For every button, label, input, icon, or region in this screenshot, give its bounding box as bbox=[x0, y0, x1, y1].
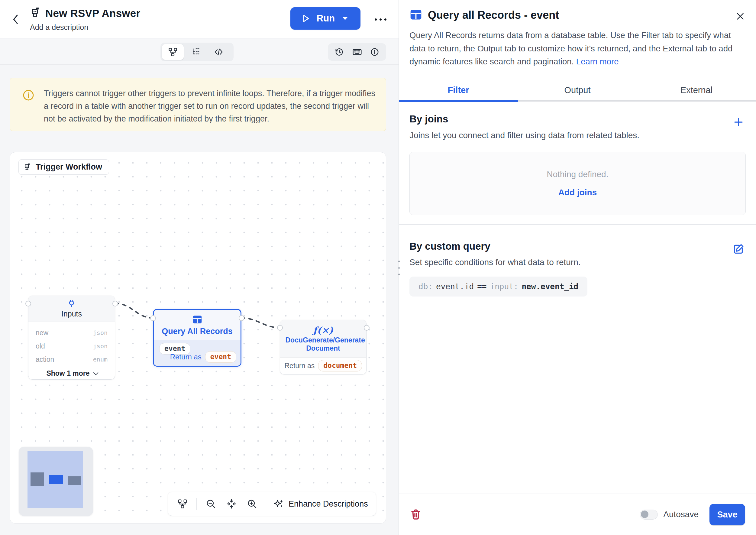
input-name: action bbox=[36, 355, 54, 364]
add-join-plus-button[interactable] bbox=[732, 115, 745, 129]
minimap-node-selected bbox=[49, 475, 63, 484]
fit-view-button[interactable] bbox=[225, 497, 238, 511]
zoom-out-button[interactable] bbox=[204, 497, 218, 511]
page-title: New RSVP Answer bbox=[45, 7, 140, 19]
input-row[interactable]: new json bbox=[36, 326, 108, 339]
sparkles-icon bbox=[273, 498, 284, 509]
input-type: json bbox=[93, 343, 108, 350]
docu-node-body: Return as document bbox=[280, 357, 366, 374]
minimap-node bbox=[31, 472, 44, 486]
inputs-node-title: Inputs bbox=[61, 310, 82, 318]
docu-return-row: Return as document bbox=[284, 360, 362, 372]
node-detail-panel: Query all Records - event Query All Reco… bbox=[398, 0, 756, 535]
by-custom-query-subtitle: Set specific conditions for what data to… bbox=[409, 258, 581, 267]
return-as-label: Return as bbox=[170, 353, 202, 361]
custom-query-expression[interactable]: db: event.id == input: new.event_id bbox=[409, 277, 587, 296]
query-left-port[interactable] bbox=[150, 315, 156, 321]
panel-resize-handle[interactable] bbox=[397, 261, 401, 275]
return-as-label: Return as bbox=[284, 362, 315, 370]
inputs-right-port[interactable] bbox=[112, 301, 118, 306]
show-more-button[interactable]: Show 1 more bbox=[28, 367, 115, 380]
enhance-descriptions-button[interactable]: Enhance Descriptions bbox=[273, 498, 368, 509]
minimap[interactable] bbox=[19, 447, 93, 516]
docu-node-title: DocuGenerate/Generate Document bbox=[285, 336, 361, 352]
info-button[interactable] bbox=[369, 46, 381, 58]
learn-more-link[interactable]: Learn more bbox=[576, 57, 619, 66]
zoom-in-button[interactable] bbox=[245, 497, 259, 511]
utility-toolbar bbox=[328, 43, 386, 61]
canvas-controls: Enhance Descriptions bbox=[168, 492, 376, 516]
autosave-toggle[interactable] bbox=[640, 510, 658, 520]
close-icon bbox=[736, 12, 745, 21]
enhance-descriptions-label: Enhance Descriptions bbox=[288, 499, 368, 509]
minimap-viewport[interactable] bbox=[28, 451, 83, 508]
query-right-port[interactable] bbox=[239, 315, 244, 321]
active-tab-indicator bbox=[399, 100, 518, 102]
back-chevron-icon bbox=[11, 13, 20, 25]
layout-button[interactable] bbox=[176, 497, 189, 511]
description-placeholder[interactable]: Add a description bbox=[30, 23, 88, 32]
inputs-node-header: Inputs bbox=[28, 296, 115, 322]
query-node-header: Query All Records bbox=[154, 310, 240, 340]
inputs-left-port[interactable] bbox=[25, 301, 31, 306]
keyboard-shortcuts-button[interactable] bbox=[351, 46, 363, 58]
section-divider bbox=[399, 224, 756, 225]
docu-left-port[interactable] bbox=[277, 325, 283, 331]
divider bbox=[196, 498, 197, 510]
more-menu-button[interactable] bbox=[370, 13, 391, 25]
view-mode-code-button[interactable] bbox=[208, 44, 230, 60]
tab-output[interactable]: Output bbox=[518, 79, 637, 101]
tab-external[interactable]: External bbox=[637, 79, 756, 101]
node-query-all-records[interactable]: Query All Records event Return as event bbox=[153, 309, 241, 367]
autosave-label: Autosave bbox=[663, 510, 699, 519]
view-mode-list-button[interactable] bbox=[185, 44, 207, 60]
delete-node-button[interactable] bbox=[409, 507, 423, 522]
input-name: old bbox=[36, 342, 45, 350]
panel-title: Query all Records - event bbox=[428, 9, 559, 21]
docu-right-port[interactable] bbox=[364, 325, 369, 331]
plug-icon bbox=[67, 299, 76, 308]
fit-view-icon bbox=[226, 499, 237, 509]
input-row[interactable]: old json bbox=[36, 339, 108, 353]
return-variable-chip[interactable]: document bbox=[318, 360, 362, 372]
edit-icon bbox=[732, 243, 744, 255]
history-button[interactable] bbox=[333, 46, 345, 58]
zoom-out-icon bbox=[206, 499, 216, 509]
history-icon bbox=[335, 47, 344, 57]
flowchart-icon bbox=[168, 47, 177, 57]
footer-actions: Autosave Save bbox=[640, 504, 745, 525]
warning-info-icon bbox=[23, 90, 34, 101]
show-more-label: Show 1 more bbox=[46, 369, 90, 378]
tab-filter[interactable]: Filter bbox=[399, 79, 518, 101]
add-joins-link[interactable]: Add joins bbox=[558, 188, 597, 197]
node-docugenerate[interactable]: ƒ(×) DocuGenerate/Generate Document Retu… bbox=[280, 320, 366, 375]
node-inputs[interactable]: Inputs new json old json action enum Sho… bbox=[28, 296, 115, 380]
query-token: db: bbox=[418, 282, 433, 291]
view-mode-flowchart-button[interactable] bbox=[162, 44, 184, 60]
input-name: new bbox=[36, 329, 48, 337]
run-dropdown-caret-icon[interactable] bbox=[341, 16, 349, 21]
query-token: event.id bbox=[436, 282, 474, 291]
table-icon bbox=[409, 8, 423, 21]
zoom-in-icon bbox=[247, 499, 257, 509]
back-button[interactable] bbox=[9, 12, 22, 27]
close-panel-button[interactable] bbox=[734, 10, 747, 23]
run-button[interactable]: Run bbox=[290, 7, 361, 30]
query-node-body: event Return as event bbox=[154, 340, 240, 366]
by-custom-query-heading: By custom query bbox=[409, 240, 490, 252]
panel-description: Query All Records returns data from a da… bbox=[409, 29, 747, 68]
edit-custom-query-button[interactable] bbox=[731, 242, 746, 256]
toggle-knob bbox=[641, 511, 648, 518]
flowchart-icon bbox=[178, 499, 187, 509]
by-joins-heading: By joins bbox=[409, 113, 448, 125]
panel-description-text: Query All Records returns data from a da… bbox=[409, 31, 732, 66]
return-variable-chip[interactable]: event bbox=[205, 351, 236, 363]
query-token: == bbox=[477, 282, 486, 291]
trigger-workflow-badge[interactable]: Trigger Workflow bbox=[18, 159, 109, 175]
trigger-workflow-icon bbox=[30, 7, 42, 19]
input-row[interactable]: action enum bbox=[36, 353, 108, 366]
save-button[interactable]: Save bbox=[710, 504, 745, 525]
trigger-workflow-icon bbox=[24, 163, 32, 171]
query-token: new.event_id bbox=[522, 282, 578, 291]
inputs-rows: new json old json action enum bbox=[28, 322, 115, 367]
